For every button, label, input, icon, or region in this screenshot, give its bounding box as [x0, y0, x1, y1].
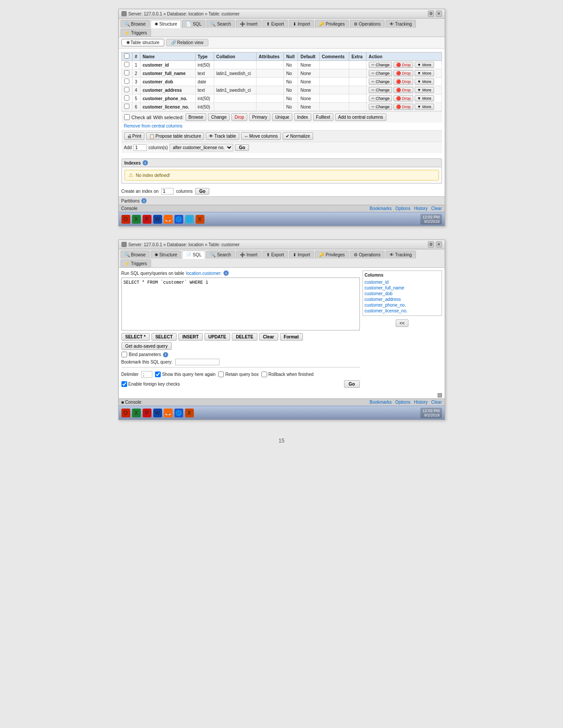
- action-change[interactable]: Change: [208, 113, 230, 121]
- track-table-btn[interactable]: 👁 Track table: [206, 132, 239, 140]
- action-index[interactable]: Index: [294, 113, 311, 121]
- chrome-icon-2[interactable]: 🌐: [174, 409, 183, 417]
- select-star-btn[interactable]: SELECT *: [121, 333, 150, 341]
- partitions-info-icon[interactable]: i: [141, 198, 147, 203]
- columns-count-input[interactable]: [133, 144, 147, 151]
- drop-btn[interactable]: 🔴 Drop: [393, 95, 413, 101]
- browser-icon[interactable]: 🌐: [185, 215, 194, 224]
- tab-triggers-1[interactable]: ⚡Triggers: [121, 29, 151, 37]
- tab-tracking-1[interactable]: 👁Tracking: [385, 20, 416, 28]
- bind-params-cb[interactable]: [121, 352, 127, 357]
- tab-structure-2[interactable]: ✱Structure: [151, 251, 181, 259]
- retain-query-cb[interactable]: [218, 372, 224, 377]
- row-cb[interactable]: [124, 104, 129, 109]
- close-btn[interactable]: ✕: [436, 11, 442, 17]
- column-item[interactable]: customer_full_name: [365, 285, 440, 291]
- row-cb[interactable]: [124, 87, 129, 92]
- tab-operations-1[interactable]: ⚙Operations: [350, 20, 385, 28]
- opera-icon[interactable]: O: [121, 215, 130, 224]
- column-item[interactable]: customer_license_no.: [365, 308, 440, 314]
- check-all-cb[interactable]: [124, 114, 130, 120]
- drop-btn[interactable]: 🔴 Drop: [393, 70, 413, 76]
- tab-privileges-2[interactable]: 🔑Privileges: [315, 251, 348, 259]
- action-fulltext[interactable]: Fulltext: [313, 113, 333, 121]
- chrome-icon[interactable]: 🌐: [174, 215, 183, 224]
- remove-central-link[interactable]: Remove from central columns: [124, 124, 183, 128]
- table-link[interactable]: location.customer:: [186, 271, 222, 276]
- tab-browse-2[interactable]: 🔍Browse: [121, 251, 150, 259]
- action-add-central[interactable]: Add to central columns: [335, 113, 386, 121]
- get-autosaved-btn[interactable]: Get auto-saved query: [121, 342, 172, 350]
- select-btn[interactable]: SELECT: [151, 333, 177, 341]
- opera-icon-2[interactable]: O: [121, 409, 130, 417]
- tab-privileges-1[interactable]: 🔑Privileges: [315, 20, 348, 28]
- xampp-icon[interactable]: X: [196, 215, 204, 224]
- change-btn[interactable]: ✏ Change: [369, 104, 393, 110]
- row-cb[interactable]: [124, 70, 129, 75]
- tab-import-1[interactable]: ⬇Import: [289, 20, 314, 28]
- more-btn[interactable]: ▼ More: [415, 62, 434, 68]
- tab-export-1[interactable]: ⬆Export: [262, 20, 288, 28]
- action-primary[interactable]: Primary: [249, 113, 270, 121]
- close-btn-2[interactable]: ✕: [436, 241, 442, 248]
- add-columns-go[interactable]: Go: [235, 144, 249, 151]
- bind-params-info[interactable]: i: [163, 352, 168, 357]
- minimize-btn[interactable]: ⚙: [428, 11, 434, 17]
- change-btn[interactable]: ✏ Change: [369, 87, 393, 93]
- sql-textarea[interactable]: [121, 278, 360, 330]
- tab-tracking-2[interactable]: 👁Tracking: [385, 251, 416, 259]
- subtab-table-structure[interactable]: ✱Table structure: [121, 39, 165, 46]
- history-link-2[interactable]: History: [414, 400, 427, 405]
- action-unique[interactable]: Unique: [272, 113, 292, 121]
- xampp-icon-2[interactable]: X: [185, 409, 194, 417]
- drop-btn[interactable]: 🔴 Drop: [393, 87, 413, 93]
- format-btn[interactable]: Format: [280, 333, 303, 341]
- show-query-cb[interactable]: [155, 372, 161, 377]
- more-btn[interactable]: ▼ More: [415, 104, 434, 110]
- tab-insert-1[interactable]: ➕Insert: [236, 20, 261, 28]
- tab-structure-1[interactable]: ✱Structure: [151, 20, 181, 28]
- more-btn[interactable]: ▼ More: [415, 79, 434, 85]
- move-columns-btn[interactable]: ↔ Move columns: [241, 132, 281, 140]
- subtab-relation-view[interactable]: 🔗Relation view: [166, 39, 208, 46]
- row-cb[interactable]: [124, 62, 129, 67]
- indexes-info-icon[interactable]: i: [143, 160, 148, 165]
- more-btn[interactable]: ▼ More: [415, 95, 434, 101]
- select-all-cb[interactable]: [124, 53, 129, 59]
- tab-sql-2[interactable]: 📄SQL: [182, 251, 205, 259]
- rollback-cb[interactable]: [261, 372, 267, 377]
- tab-search-1[interactable]: 🔍Search: [206, 20, 235, 28]
- more-btn[interactable]: ▼ More: [415, 70, 434, 76]
- clear-link-1[interactable]: Clear: [431, 206, 442, 211]
- print-btn[interactable]: 🖨 Print: [124, 132, 145, 140]
- change-btn[interactable]: ✏ Change: [369, 79, 393, 85]
- change-btn[interactable]: ✏ Change: [369, 95, 393, 101]
- firefox-icon-2[interactable]: 🦊: [164, 409, 173, 417]
- powerpoint-icon-2[interactable]: P: [143, 409, 151, 417]
- propose-btn[interactable]: 📋 Propose table structure: [146, 132, 204, 140]
- delimiter-input[interactable]: [141, 371, 152, 378]
- tab-insert-2[interactable]: ➕Insert: [236, 251, 261, 259]
- row-cb[interactable]: [124, 95, 129, 101]
- column-item[interactable]: customer_id: [365, 279, 440, 285]
- tab-search-2[interactable]: 🔍Search: [206, 251, 235, 259]
- row-cb[interactable]: [124, 79, 129, 84]
- drop-btn[interactable]: 🔴 Drop: [393, 79, 413, 85]
- column-item[interactable]: customer_phone_no.: [365, 302, 440, 308]
- minimize-btn-2[interactable]: ⚙: [428, 241, 434, 248]
- tab-sql-1[interactable]: 📄SQL: [182, 20, 205, 28]
- options-link-1[interactable]: Options: [395, 206, 410, 211]
- tab-browse-1[interactable]: 🔍Browse: [121, 20, 150, 28]
- history-link-1[interactable]: History: [414, 206, 427, 211]
- bookmarks-link-2[interactable]: Bookmarks: [370, 400, 392, 405]
- action-browse[interactable]: Browse: [185, 113, 206, 121]
- collapse-icon[interactable]: [438, 393, 442, 398]
- clear-btn[interactable]: Clear: [259, 333, 278, 341]
- bookmark-input[interactable]: [175, 359, 219, 365]
- tab-operations-2[interactable]: ⚙Operations: [350, 251, 385, 259]
- excel-icon[interactable]: X: [132, 215, 141, 224]
- tab-export-2[interactable]: ⬆Export: [262, 251, 288, 259]
- cc-btn[interactable]: <<: [396, 319, 409, 327]
- change-btn[interactable]: ✏ Change: [369, 62, 393, 68]
- drop-btn[interactable]: 🔴 Drop: [393, 104, 413, 110]
